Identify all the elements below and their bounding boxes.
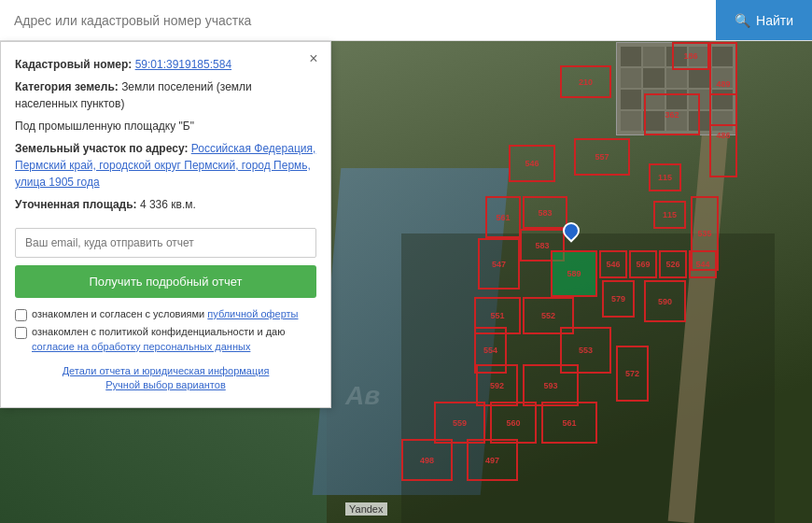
plot-label: 535 bbox=[697, 229, 711, 238]
plot-label: 561 bbox=[562, 418, 576, 428]
plot-p186[interactable]: 186 bbox=[672, 42, 709, 70]
plot-label: 489 bbox=[716, 79, 730, 89]
plot-label: 583 bbox=[535, 241, 549, 250]
plot-label: 553 bbox=[579, 346, 593, 355]
plot-label: 547 bbox=[492, 260, 506, 269]
checkbox2-link[interactable]: согласие на обработку персональных данны… bbox=[32, 341, 250, 352]
plot-label: 115 bbox=[663, 210, 677, 219]
plot-p583a[interactable]: 583 bbox=[523, 196, 567, 229]
map-marker bbox=[563, 222, 581, 248]
cadastral-label: Кадастровый номер: bbox=[15, 58, 132, 71]
address-line: Земельный участок по адресу: Российская … bbox=[15, 140, 316, 191]
plot-label: 559 bbox=[453, 418, 467, 428]
cadastral-link[interactable]: 59:01:3919185:584 bbox=[135, 58, 231, 71]
plot-p559[interactable]: 559 bbox=[434, 402, 485, 444]
plot-label: 115 bbox=[658, 173, 672, 182]
plot-label: 362 bbox=[665, 110, 679, 120]
plot-p526[interactable]: 526 bbox=[659, 250, 687, 278]
plot-label: 551 bbox=[490, 311, 504, 320]
plot-p547[interactable]: 547 bbox=[478, 238, 520, 290]
plot-label: 557 bbox=[595, 152, 609, 162]
checkbox2-label: ознакомлен с политикой конфиденциальност… bbox=[32, 325, 316, 354]
checkbox1[interactable] bbox=[15, 309, 27, 321]
plot-label: 552 bbox=[541, 311, 555, 320]
subcategory-line: Под промышленную площадку "Б" bbox=[15, 118, 316, 134]
plot-label: 486 bbox=[716, 131, 730, 140]
plot-label: 593 bbox=[543, 381, 557, 390]
plot-p546[interactable]: 546 bbox=[509, 145, 555, 182]
plot-p592[interactable]: 592 bbox=[476, 364, 518, 406]
plot-label: 554 bbox=[483, 346, 497, 355]
plot-p593[interactable]: 593 bbox=[523, 364, 579, 406]
area-value: 4 336 кв.м. bbox=[140, 198, 196, 211]
category-line: Категория земель: Земли поселений (земли… bbox=[15, 78, 316, 112]
plot-p557[interactable]: 557 bbox=[574, 138, 630, 176]
checkbox2-group: ознакомлен с политикой конфиденциальност… bbox=[15, 325, 316, 354]
search-input[interactable] bbox=[0, 0, 716, 40]
checkbox1-link[interactable]: публичной оферты bbox=[207, 308, 298, 319]
plot-p115b[interactable]: 115 bbox=[653, 201, 686, 229]
plot-p362[interactable]: 362 bbox=[644, 93, 700, 135]
plot-label: 546 bbox=[525, 159, 539, 168]
plot-p589[interactable]: 589 bbox=[551, 250, 597, 297]
details-link[interactable]: Детали отчета и юридическая информация bbox=[15, 365, 316, 376]
plot-p497[interactable]: 497 bbox=[467, 439, 518, 481]
plot-label: 579 bbox=[611, 294, 625, 304]
panel-links: Детали отчета и юридическая информация Р… bbox=[15, 365, 316, 390]
checkbox1-label: ознакомлен и согласен с условиями публич… bbox=[32, 307, 299, 321]
plot-p546b[interactable]: 546 bbox=[599, 250, 627, 278]
email-input[interactable] bbox=[15, 228, 316, 258]
checkbox2[interactable] bbox=[15, 327, 27, 339]
plot-label: 561 bbox=[496, 213, 510, 222]
manual-selection-link[interactable]: Ручной выбор вариантов bbox=[15, 379, 316, 390]
plot-label: 498 bbox=[420, 456, 434, 465]
plot-label: 583 bbox=[538, 208, 552, 218]
search-button[interactable]: 🔍 Найти bbox=[716, 0, 812, 40]
plot-label: 210 bbox=[579, 78, 593, 87]
plot-p579[interactable]: 579 bbox=[602, 280, 635, 318]
cadastral-line: Кадастровый номер: 59:01:3919185:584 bbox=[15, 56, 316, 73]
plot-p561[interactable]: 561 bbox=[485, 196, 521, 238]
plot-label: 590 bbox=[658, 297, 672, 306]
report-button[interactable]: Получить подробный отчет bbox=[15, 265, 316, 298]
plot-p115a[interactable]: 115 bbox=[649, 163, 681, 191]
plot-p590[interactable]: 590 bbox=[644, 280, 686, 322]
plot-label: 497 bbox=[485, 456, 499, 465]
plot-label: 526 bbox=[665, 260, 679, 269]
checkbox1-text: ознакомлен и согласен с условиями bbox=[32, 308, 207, 319]
info-panel: × Кадастровый номер: 59:01:3919185:584 К… bbox=[0, 41, 331, 408]
plot-label: 560 bbox=[506, 418, 520, 428]
area-line: Уточненная площадь: 4 336 кв.м. bbox=[15, 196, 316, 213]
area-label: Уточненная площадь: bbox=[15, 198, 137, 211]
checkbox1-group: ознакомлен и согласен с условиями публич… bbox=[15, 307, 316, 321]
close-button[interactable]: × bbox=[304, 49, 323, 68]
plot-p560[interactable]: 560 bbox=[490, 402, 537, 444]
plot-p486[interactable]: 486 bbox=[709, 93, 737, 177]
plot-p572[interactable]: 572 bbox=[616, 346, 649, 402]
search-bar: 🔍 Найти bbox=[0, 0, 812, 41]
search-button-label: Найти bbox=[756, 13, 793, 28]
plot-label: 569 bbox=[636, 260, 650, 269]
category-label: Категория земель: bbox=[15, 80, 119, 93]
plot-p535[interactable]: 535 bbox=[691, 196, 719, 271]
plot-label: 592 bbox=[490, 381, 504, 390]
plot-p561b[interactable]: 561 bbox=[541, 402, 597, 444]
plot-p569[interactable]: 569 bbox=[629, 250, 657, 278]
plot-label: 589 bbox=[567, 269, 581, 278]
map-attribution: Yandex bbox=[345, 502, 387, 516]
plot-p498[interactable]: 498 bbox=[401, 439, 453, 481]
plot-label: 186 bbox=[683, 51, 697, 61]
plot-label: 572 bbox=[625, 369, 639, 378]
plot-p210[interactable]: 210 bbox=[560, 65, 611, 98]
checkbox2-text: ознакомлен с политикой конфиденциальност… bbox=[32, 326, 285, 337]
plot-label: 546 bbox=[606, 260, 620, 269]
address-label: Земельный участок по адресу: bbox=[15, 142, 188, 155]
search-icon: 🔍 bbox=[735, 13, 750, 28]
